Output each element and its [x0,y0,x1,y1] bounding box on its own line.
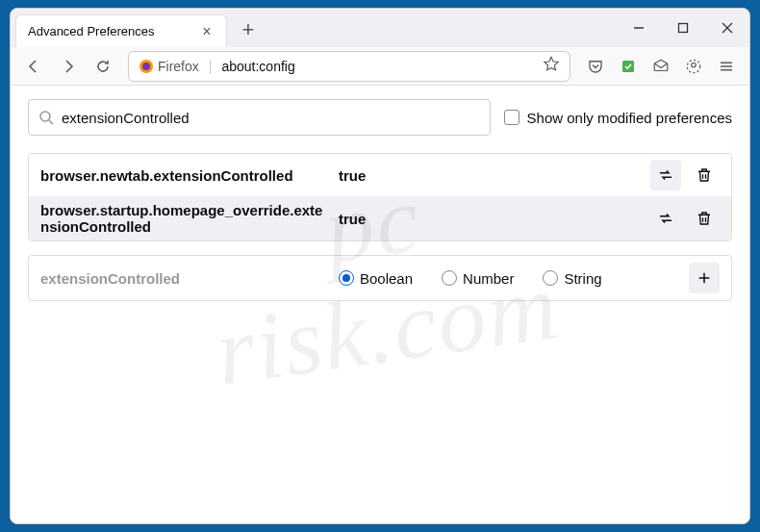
new-preference-creator: extensionControlled Boolean Number Strin… [28,255,732,301]
firefox-icon [139,59,154,74]
maximize-button[interactable] [661,9,705,47]
pref-row: browser.startup.homepage_override.extens… [29,196,731,241]
svg-point-7 [687,60,700,73]
identity-label: Firefox [158,59,199,74]
delete-button[interactable] [689,203,720,234]
pref-name: browser.newtab.extensionControlled [40,167,329,184]
show-only-modified-checkbox[interactable]: Show only modified preferences [504,110,732,126]
minimize-button[interactable] [617,9,661,47]
mail-icon[interactable] [646,51,676,82]
radio-string[interactable]: String [543,270,601,287]
radio-icon [543,270,558,286]
preference-table: browser.newtab.extensionControlled true … [28,153,732,241]
add-preference-button[interactable] [689,263,720,293]
pref-actions [650,160,720,190]
checkbox-icon [504,110,519,125]
tab-advanced-preferences[interactable]: Advanced Preferences × [15,14,227,47]
radio-label: Boolean [360,270,413,287]
svg-line-13 [49,120,53,124]
nav-toolbar: Firefox | about:config [11,47,749,86]
svg-point-5 [142,63,150,70]
identity-box[interactable]: Firefox [139,59,199,74]
search-row: extensionControlled Show only modified p… [28,99,732,136]
tab-close-button[interactable]: × [199,24,215,39]
tab-strip: Advanced Preferences × + [11,9,749,47]
pocket-icon[interactable] [580,51,611,82]
pref-value: true [339,211,641,227]
radio-label: String [564,270,601,287]
reload-button[interactable] [88,51,118,82]
new-pref-name: extensionControlled [40,270,329,287]
svg-point-12 [40,112,50,121]
toolbar-right [580,51,742,82]
radio-number[interactable]: Number [442,270,514,287]
browser-window: Advanced Preferences × + Firefox | about… [10,8,750,524]
extension-icon[interactable] [613,51,644,82]
pref-actions [650,203,720,234]
svg-rect-1 [679,24,688,33]
svg-point-8 [692,63,697,67]
content-area: extensionControlled Show only modified p… [11,86,749,523]
toggle-button[interactable] [650,203,681,234]
bookmark-star-icon[interactable] [543,56,560,76]
pref-name: browser.startup.homepage_override.extens… [40,202,329,235]
toggle-button[interactable] [650,160,681,190]
urlbar-text: about:config [221,59,537,74]
search-value: extensionControlled [62,110,480,126]
back-button[interactable] [18,51,49,82]
radio-boolean[interactable]: Boolean [339,270,413,287]
radio-icon [442,270,457,286]
pref-value: true [339,167,641,184]
close-button[interactable] [705,9,749,47]
radio-icon [339,270,354,286]
checkbox-label: Show only modified preferences [527,110,732,126]
radio-label: Number [463,270,514,287]
hamburger-menu-icon[interactable] [711,51,742,82]
profile-icon[interactable] [678,51,709,82]
window-controls [617,9,749,47]
forward-button[interactable] [53,51,84,82]
svg-rect-6 [622,61,634,72]
type-radio-group: Boolean Number String [339,270,679,287]
pref-row: browser.newtab.extensionControlled true [29,154,731,196]
new-tab-button[interactable]: + [233,14,264,45]
tab-title: Advanced Preferences [28,24,199,38]
search-input[interactable]: extensionControlled [28,99,491,136]
urlbar-divider: | [209,59,213,74]
search-icon [38,110,54,125]
delete-button[interactable] [689,160,720,190]
url-bar[interactable]: Firefox | about:config [128,51,570,82]
